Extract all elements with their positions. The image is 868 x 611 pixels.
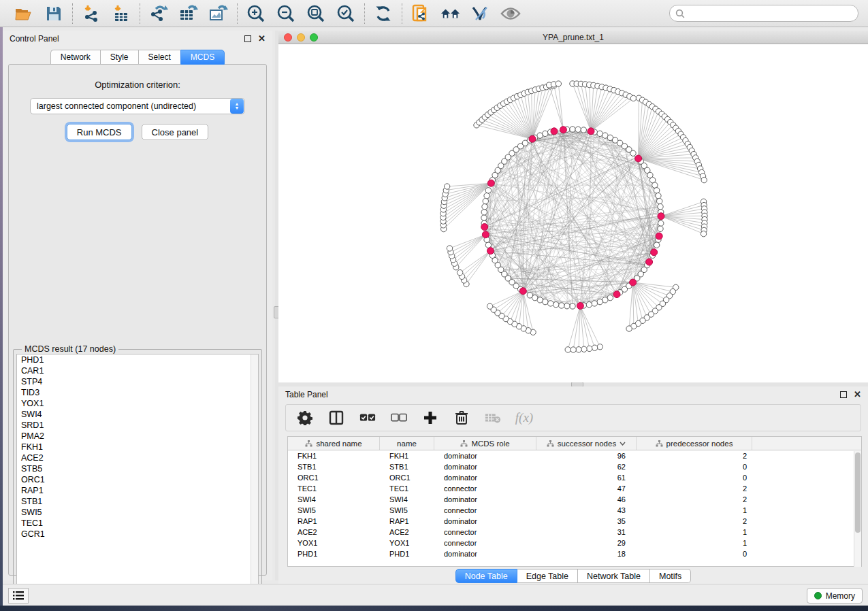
network-node[interactable] [565,347,570,352]
network-node[interactable] [484,193,489,198]
mcds-node[interactable] [487,180,494,186]
mcds-node[interactable] [635,155,642,162]
mcds-result-item[interactable]: GCR1 [17,529,258,540]
mcds-result-item[interactable]: ORC1 [17,474,258,485]
open-file-icon[interactable] [14,3,34,24]
mcds-node[interactable] [529,135,536,142]
network-node[interactable] [553,301,558,307]
network-node[interactable] [482,204,487,210]
tab-network[interactable]: Network [50,50,100,65]
node-table[interactable]: shared namenameMCDS rolesuccessor nodesp… [287,436,862,567]
network-node[interactable] [576,347,581,352]
network-node[interactable] [597,131,602,136]
network-node[interactable] [564,303,570,309]
network-node[interactable] [658,220,664,226]
mcds-node[interactable] [519,288,526,295]
mcds-node[interactable] [656,233,662,240]
column-header-name[interactable]: name [380,437,434,450]
network-node[interactable] [487,303,492,309]
import-table-icon[interactable] [111,3,131,24]
export-table-icon[interactable] [178,3,199,24]
import-network-icon[interactable] [81,3,101,24]
run-mcds-button[interactable]: Run MCDS [67,124,132,140]
column-header-predecessor-nodes[interactable]: predecessor nodes [637,437,752,450]
mcds-node[interactable] [487,248,494,254]
column-header-shared-name[interactable]: shared name [288,437,380,450]
mcds-result-item[interactable]: ACE2 [17,452,258,463]
close-icon[interactable]: ✕ [258,35,266,42]
close-panel-button[interactable]: Close panel [142,124,209,140]
network-node[interactable] [597,299,602,304]
mcds-result-item[interactable]: STB5 [17,463,258,474]
network-node[interactable] [658,204,663,210]
table-row[interactable]: ORC1ORC1dominator610 [288,472,861,483]
tab-select[interactable]: Select [138,50,180,65]
mcds-node[interactable] [630,279,637,286]
network-node[interactable] [597,344,602,350]
table-row[interactable]: SWI4SWI4dominator462 [288,494,861,505]
network-node[interactable] [570,347,576,352]
mcds-list-scrollbar[interactable] [251,354,258,595]
mcds-node[interactable] [646,259,653,265]
add-column-icon[interactable] [422,410,438,426]
mcds-node[interactable] [560,127,566,133]
network-node[interactable] [630,150,636,156]
mcds-node[interactable] [651,249,658,256]
network-node[interactable] [581,127,586,133]
mcds-result-item[interactable]: TEC1 [17,518,258,529]
zoom-fit-icon[interactable] [306,3,326,24]
float-window-icon[interactable] [244,35,251,42]
network-window-titlebar[interactable]: YPA_prune.txt_1 [278,31,868,44]
refresh-icon[interactable] [373,3,393,24]
tab-network-table[interactable]: Network Table [578,569,650,583]
table-row[interactable]: TEC1TEC1connector472 [288,483,861,494]
mcds-result-item[interactable]: STB1 [17,496,258,507]
network-node[interactable] [483,198,488,203]
network-graph[interactable] [278,44,868,382]
share-document-icon[interactable] [411,3,431,24]
network-node[interactable] [592,345,597,350]
network-node[interactable] [586,301,592,307]
close-icon[interactable]: ✕ [854,391,861,398]
table-row[interactable]: PHD1PHD1dominator180 [288,548,861,559]
table-row[interactable]: STB1STB1dominator620 [288,461,861,472]
network-node[interactable] [457,269,462,275]
mcds-result-item[interactable]: PMA2 [17,431,258,442]
tab-node-table[interactable]: Node Table [455,569,517,583]
network-node[interactable] [537,133,543,138]
mcds-result-item[interactable]: SRD1 [17,420,258,431]
search-field[interactable] [669,5,858,22]
mcds-result-item[interactable]: CAR1 [17,365,258,376]
tab-motifs[interactable]: Motifs [650,569,691,583]
mcds-node[interactable] [613,291,620,298]
table-row[interactable]: RAP1RAP1dominator352 [288,516,861,527]
network-node[interactable] [592,301,597,306]
network-node[interactable] [547,301,553,306]
export-network-icon[interactable] [148,3,169,24]
table-row[interactable]: YOX1YOX1connector291 [288,538,861,548]
network-node[interactable] [587,346,592,351]
network-node[interactable] [444,184,449,189]
mcds-node[interactable] [588,128,594,135]
float-window-icon[interactable] [840,391,847,398]
table-scrollbar[interactable] [854,451,861,567]
network-node[interactable] [630,95,636,101]
network-node[interactable] [656,198,662,203]
network-node[interactable] [481,215,487,220]
network-node[interactable] [602,297,608,303]
delete-column-icon[interactable] [453,410,470,426]
network-node[interactable] [652,182,658,188]
select-all-icon[interactable] [359,410,376,426]
export-image-icon[interactable] [208,3,229,24]
split-column-icon[interactable] [328,410,344,426]
network-node[interactable] [656,193,661,198]
network-node[interactable] [701,231,706,236]
network-node[interactable] [481,210,487,215]
hide-graphics-details-icon[interactable] [470,3,491,24]
column-header-MCDS-role[interactable]: MCDS role [434,437,536,450]
show-eye-icon[interactable] [500,3,521,24]
network-node[interactable] [447,246,452,251]
network-node[interactable] [581,346,587,352]
table-row[interactable]: ACE2ACE2connector311 [288,527,861,538]
network-node[interactable] [485,188,491,193]
